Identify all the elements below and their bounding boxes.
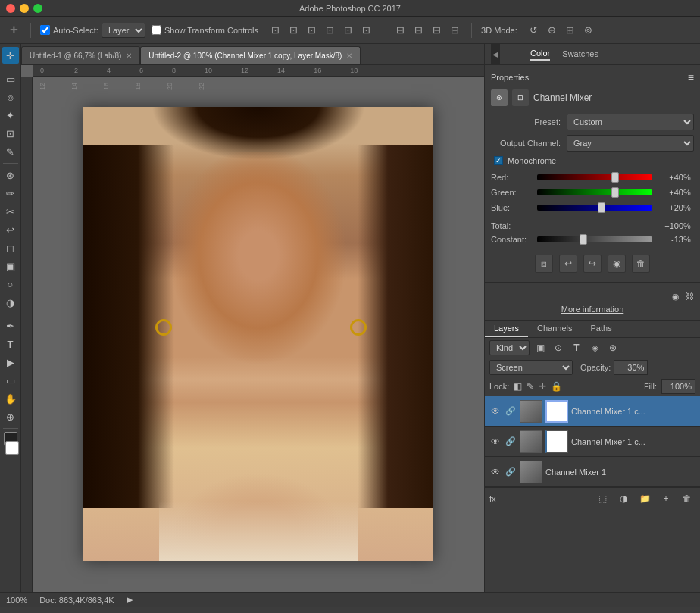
add-layer-btn[interactable]: + [658,490,674,507]
add-mask-btn[interactable]: ⬚ [594,490,611,507]
dodge-tool[interactable]: ◑ [2,294,19,311]
move-tool[interactable]: ✛ [2,47,19,64]
healing-brush-tool[interactable]: ⊛ [2,167,19,183]
3d-zoom-icon[interactable]: ⊞ [563,23,578,38]
eyedropper-tool[interactable]: ✎ [2,143,19,160]
blend-mode-select[interactable]: Screen [489,360,573,375]
lock-pixels-icon[interactable]: ✎ [527,381,534,392]
lock-transparent-icon[interactable]: ◧ [514,381,522,392]
history-brush-tool[interactable]: ↩ [2,221,19,238]
output-channel-select[interactable]: Gray [567,135,694,152]
tab-untitled2[interactable]: Untitled-2 @ 100% (Channel Mixer 1 copy,… [140,46,361,64]
visibility-btn[interactable]: ◉ [608,255,626,273]
3d-rotate-icon[interactable]: ↺ [527,23,542,38]
background-color[interactable] [5,441,19,455]
filter-adjust-icon[interactable]: ⊙ [551,340,566,355]
auto-select-dropdown[interactable]: Layer [102,23,145,38]
properties-menu-icon[interactable]: ≡ [688,71,694,83]
add-group-btn[interactable]: 📁 [636,490,653,507]
eye-icon[interactable]: ◉ [672,292,680,302]
3d-search-icon[interactable]: ⊚ [581,23,596,38]
red-thumb[interactable] [611,172,619,183]
gradient-tool[interactable]: ▣ [2,258,19,274]
layer-2-chain[interactable]: 🔗 [505,436,517,448]
brush-tool[interactable]: ✏ [2,185,19,202]
layer-item-2[interactable]: 👁 🔗 Channel Mixer 1 c... [485,427,700,457]
close-button[interactable] [6,4,15,13]
align-bottom-icon[interactable]: ⊡ [358,23,373,38]
lock-position-icon[interactable]: ✛ [539,381,546,392]
clip-to-layer-btn[interactable]: ⧈ [535,255,553,273]
distribute-right-icon[interactable]: ⊟ [411,23,426,38]
auto-select-checkbox[interactable] [40,25,50,35]
fx-label[interactable]: fx [489,494,496,503]
delete-layer-btn[interactable]: 🗑 [679,490,695,507]
pen-tool[interactable]: ✒ [2,317,19,334]
tab-layers[interactable]: Layers [485,321,528,337]
zoom-tool[interactable]: ⊕ [2,408,19,425]
green-track[interactable] [537,189,652,195]
layer-item-1[interactable]: 👁 🔗 Channel Mixer 1 c... [485,396,700,427]
move-tool-icon[interactable]: ✛ [6,23,21,38]
maximize-button[interactable] [33,4,42,13]
align-middle-icon[interactable]: ⊡ [340,23,355,38]
fill-input[interactable] [661,379,695,394]
layer-2-eye[interactable]: 👁 [489,436,502,448]
path-selection-tool[interactable]: ▶ [2,354,19,371]
align-center-h-icon[interactable]: ⊡ [286,23,301,38]
tab-untitled1[interactable]: Untitled-1 @ 66,7% (Lab/8) ✕ [21,46,140,64]
monochrome-checkbox[interactable]: ✓ [494,156,503,165]
show-transform-checkbox[interactable] [152,25,161,35]
eraser-tool[interactable]: ◻ [2,239,19,256]
distribute-left-icon[interactable]: ⊟ [392,23,408,38]
lock-all-icon[interactable]: 🔒 [551,381,562,392]
preset-select[interactable]: Custom [567,114,694,130]
align-top-icon[interactable]: ⊡ [322,23,337,38]
undo-btn[interactable]: ↩ [559,255,577,273]
quick-select-tool[interactable]: ✦ [2,107,19,124]
3d-pan-icon[interactable]: ⊕ [545,23,560,38]
constant-track[interactable] [537,236,652,242]
rectangle-tool[interactable]: ▭ [2,372,19,389]
filter-shape-icon[interactable]: ◈ [587,340,602,355]
blue-track[interactable] [537,205,652,211]
tab-untitled2-close[interactable]: ✕ [346,52,352,60]
panel-collapse-btn[interactable]: ◀ [491,44,500,64]
hand-tool[interactable]: ✋ [2,390,19,407]
blue-thumb[interactable] [598,202,605,213]
constant-thumb[interactable] [580,234,587,245]
type-tool[interactable]: T [2,336,19,352]
minimize-button[interactable] [20,4,29,13]
red-track[interactable] [537,174,652,180]
nav-arrow[interactable]: ▶ [127,595,133,605]
layer-3-eye[interactable]: 👁 [489,466,502,478]
distribute-bottom-icon[interactable]: ⊟ [447,23,462,38]
filter-type-icon[interactable]: T [569,340,584,355]
layer-1-eye[interactable]: 👁 [489,405,502,418]
marquee-tool[interactable]: ▭ [2,70,19,87]
green-thumb[interactable] [611,187,619,198]
crop-tool[interactable]: ⊡ [2,125,19,142]
tab-paths[interactable]: Paths [582,321,621,337]
add-adjustment-btn[interactable]: ◑ [615,490,632,507]
tab-channels[interactable]: Channels [528,321,581,337]
tab-untitled1-close[interactable]: ✕ [126,52,132,60]
tab-color[interactable]: Color [530,48,550,61]
align-left-icon[interactable]: ⊡ [267,23,283,38]
align-right-icon[interactable]: ⊡ [304,23,319,38]
redo-btn[interactable]: ↪ [583,255,602,273]
distribute-top-icon[interactable]: ⊟ [429,23,444,38]
more-info-link[interactable]: More information [561,305,624,314]
filter-pixel-icon[interactable]: ▣ [533,340,548,355]
lasso-tool[interactable]: ⌾ [2,89,19,105]
opacity-input[interactable] [614,360,648,375]
layer-item-3[interactable]: 👁 🔗 Channel Mixer 1 [485,457,700,487]
kind-select[interactable]: Kind [489,340,530,355]
layer-3-chain[interactable]: 🔗 [505,466,517,478]
layer-1-chain[interactable]: 🔗 [505,405,517,418]
blur-tool[interactable]: ○ [2,276,19,292]
delete-btn[interactable]: 🗑 [632,255,650,273]
chain-icon[interactable]: ⛓ [686,292,694,302]
clone-stamp-tool[interactable]: ✂ [2,203,19,220]
tab-swatches[interactable]: Swatches [562,49,598,60]
